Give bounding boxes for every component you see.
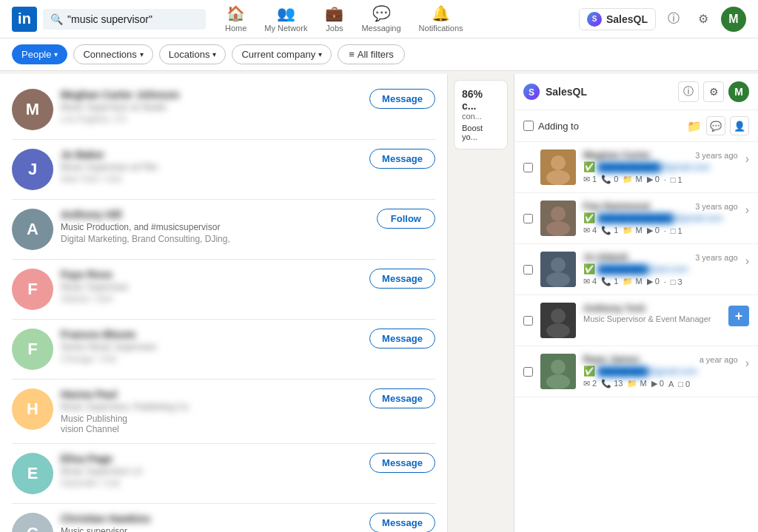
salesql-settings-button[interactable]: ⚙	[703, 81, 724, 102]
people-filter-label: People	[21, 49, 51, 60]
message-button[interactable]: Message	[369, 149, 435, 169]
person-title: Music Supervisor LA	[61, 466, 362, 477]
nav-jobs[interactable]: 💼 Jobs	[318, 1, 351, 37]
current-company-filter-button[interactable]: Current company ▾	[232, 44, 332, 64]
email-count: ✉ 2	[583, 379, 597, 388]
follow-button[interactable]: Follow	[377, 209, 435, 229]
message-button[interactable]: Message	[369, 388, 435, 408]
salesql-logo-icon: S	[587, 12, 602, 27]
contact-avatar	[540, 201, 576, 236]
all-filters-label: All filters	[358, 49, 394, 60]
contact-checkbox[interactable]	[523, 214, 533, 223]
message-button[interactable]: Message	[369, 329, 435, 349]
folder-stat: 📁 M	[627, 379, 646, 388]
contact-time: 3 years ago	[695, 253, 737, 262]
contact-time: a year ago	[700, 355, 738, 364]
list-item: E Elisa Page Music Supervisor LA Nashvil…	[12, 444, 435, 504]
list-item: Fae Hammond 3 years ago ✅ ████████████@g…	[514, 193, 758, 244]
search-input[interactable]	[67, 13, 193, 25]
select-all-checkbox[interactable]	[523, 121, 534, 131]
contact-checkbox[interactable]	[523, 316, 533, 326]
nav-home[interactable]: 🏠 Home	[218, 1, 254, 37]
top-navigation: in 🔍 🏠 Home 👥 My Network 💼 Jobs 💬 Messag…	[0, 0, 758, 38]
contact-avatar	[540, 252, 576, 287]
message-button[interactable]: Message	[369, 269, 435, 289]
folder-icon: 📁	[687, 119, 702, 133]
message-button[interactable]: Message	[369, 89, 435, 109]
svg-point-9	[551, 257, 566, 272]
boost-text: con...	[462, 112, 500, 121]
nav-messaging-label: Messaging	[361, 24, 400, 33]
nav-network[interactable]: 👥 My Network	[257, 1, 315, 37]
people-list: M Meghan Carter Johnson Music Supervisor…	[0, 74, 448, 532]
person-name: Christian Hawkins	[61, 513, 362, 525]
contact-subtitle: Music Supervisor & Event Manager	[583, 314, 721, 323]
help-icon[interactable]: ⓘ	[662, 7, 685, 31]
chat-action-button[interactable]: 💬	[706, 116, 725, 135]
person-meta2: vision Channel	[61, 424, 362, 434]
view-count: ▶ 0	[647, 277, 660, 286]
current-company-filter-label: Current company	[241, 49, 315, 60]
nav-network-label: My Network	[264, 24, 307, 33]
right-panel: 86% c... con... Boost yo...	[448, 74, 514, 532]
salesql-logo-icon: S	[523, 84, 540, 100]
contact-checkbox[interactable]	[523, 163, 533, 172]
phone-count: 📞 1	[601, 277, 618, 286]
search-box[interactable]: 🔍	[43, 9, 206, 30]
locations-chevron-icon: ▾	[212, 50, 216, 58]
salesql-header-widget: S SalesQL	[579, 8, 656, 30]
salesql-info-button[interactable]: ⓘ	[678, 81, 699, 102]
user-avatar[interactable]: M	[721, 7, 746, 32]
list-item: M Meghan Carter Johnson Music Supervisor…	[12, 80, 435, 140]
message-button[interactable]: Message	[369, 513, 435, 532]
salesql-panel-header: S SalesQL ⓘ ⚙ M	[514, 74, 758, 110]
people-filter-button[interactable]: People ▾	[12, 44, 67, 64]
person-action-button[interactable]: 👤	[730, 116, 749, 135]
contact-name: Jo Abbott	[583, 252, 628, 263]
expand-icon[interactable]: ›	[745, 357, 749, 370]
connections-chevron-icon: ▾	[140, 50, 144, 58]
contact-checkbox[interactable]	[523, 265, 533, 275]
person-title: Music Supervisor	[61, 282, 362, 292]
person-meta: New York • 2nd	[61, 174, 362, 184]
person-title: Music Supervisor at Film	[61, 162, 362, 172]
svg-point-10	[546, 272, 570, 287]
person-meta: Nashville • 2nd	[61, 478, 362, 488]
salesql-user-avatar[interactable]: M	[728, 81, 749, 102]
filter-bar: People ▾ Connections ▾ Locations ▾ Curre…	[0, 38, 758, 71]
list-item: J Jo Baker Music Supervisor at Film New …	[12, 140, 435, 200]
contact-name: Anthony York	[583, 303, 645, 314]
person-title: Music Production, and #musicsupervisor	[61, 222, 369, 232]
linkedin-logo[interactable]: in	[12, 7, 37, 32]
person-meta: Digital Marketing, Brand Consulting, DJi…	[61, 234, 369, 244]
expand-icon[interactable]: ›	[745, 203, 749, 217]
list-item: H Hanna Paul Music Supervisor, Publishin…	[12, 380, 435, 444]
locations-filter-button[interactable]: Locations ▾	[159, 44, 227, 64]
expand-icon[interactable]: ›	[745, 152, 749, 166]
person-title: Music supervisor	[61, 526, 362, 532]
nav-messaging[interactable]: 💬 Messaging	[354, 1, 408, 37]
phone-count: 📞 0	[601, 175, 618, 184]
nav-notifications[interactable]: 🔔 Notifications	[412, 1, 471, 37]
contact-email: ████████@aol.com	[597, 264, 688, 275]
contact-list: Meghan Carter 3 years ago ✅ ██████████@g…	[514, 142, 758, 532]
person-title: Music Supervisor at Studio	[61, 102, 362, 112]
all-filters-button[interactable]: ≡ All filters	[338, 44, 405, 64]
list-item: A Anthony Hill Music Production, and #mu…	[12, 200, 435, 260]
notifications-icon: 🔔	[432, 4, 450, 22]
contact-checkbox[interactable]	[523, 367, 533, 377]
person-meta: Los Angeles, CA	[61, 114, 362, 124]
list-item: Jo Abbott 3 years ago ✅ ████████@aol.com…	[514, 244, 758, 295]
svg-point-12	[551, 309, 566, 323]
expand-icon[interactable]: ›	[745, 255, 749, 268]
note-count: □ 1	[671, 226, 682, 235]
add-contact-button[interactable]: +	[728, 306, 749, 326]
person-title: Senior Music Supervisor	[61, 342, 362, 352]
connections-filter-button[interactable]: Connections ▾	[73, 44, 152, 64]
settings-icon[interactable]: ⚙	[691, 7, 715, 31]
message-button[interactable]: Message	[369, 453, 435, 473]
view-count: ▶ 0	[651, 379, 664, 388]
svg-text:S: S	[529, 87, 534, 98]
svg-point-15	[551, 360, 566, 374]
all-filters-icon: ≡	[349, 49, 355, 60]
